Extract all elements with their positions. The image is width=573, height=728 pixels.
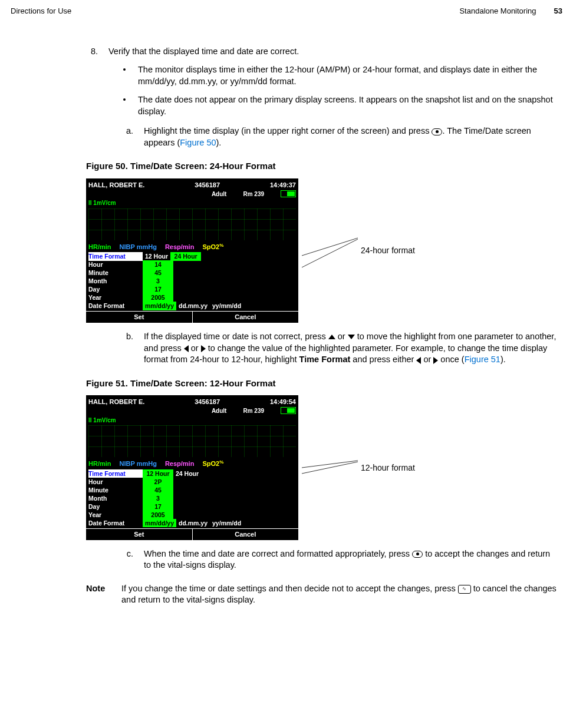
figure-50: HALL, ROBERT E.345618714:49:37 AdultRm 2… [86, 178, 556, 323]
bullet-dot: • [121, 64, 127, 87]
page-header: Directions for Use Standalone Monitoring… [11, 6, 562, 16]
step-8: 8. Verify that the displayed time and da… [86, 46, 556, 58]
figure-50-caption: Figure 50. Time/Date Screen: 24-Hour For… [86, 160, 556, 172]
bullet-2: • The date does not appear on the primar… [121, 94, 556, 117]
svg-line-0 [302, 238, 358, 256]
bullet-dot: • [121, 94, 127, 117]
substep-text: If the displayed time or date is not cor… [144, 331, 556, 366]
left-arrow-icon [184, 345, 189, 352]
callout-12h: 12-hour format [302, 444, 415, 491]
note-text: If you change the time or date settings … [121, 583, 556, 606]
figure-51: HALL, ROBERT E.345618714:49:54 AdultRm 2… [86, 395, 556, 540]
substep-b: b. If the displayed time or date is not … [121, 331, 556, 366]
bullet-text: The monitor displays time in either the … [138, 64, 556, 87]
monitor-screen-12h: HALL, ROBERT E.345618714:49:54 AdultRm 2… [86, 395, 298, 540]
time-format-bold: Time Format [299, 355, 351, 364]
step-number: 8. [86, 46, 98, 58]
monitor-screen-24h: HALL, ROBERT E.345618714:49:37 AdultRm 2… [86, 178, 298, 323]
figure-51-link[interactable]: Figure 51 [465, 355, 500, 364]
substep-label: b. [121, 331, 133, 366]
page-number: 53 [554, 6, 562, 16]
up-arrow-icon [328, 335, 335, 339]
substep-a: a. Highlight the time display (in the up… [121, 125, 556, 148]
step-text: Verify that the displayed time and date … [108, 46, 299, 58]
bullet-1: • The monitor displays time in either th… [121, 64, 556, 87]
callout-label: 12-hour format [361, 462, 415, 474]
callout-24h: 24-hour format [302, 227, 415, 274]
right-arrow-icon [201, 345, 206, 352]
note-block: Note If you change the time or date sett… [86, 583, 556, 606]
select-button-icon [432, 128, 442, 135]
svg-line-1 [302, 239, 358, 267]
callout-label: 24-hour format [361, 245, 415, 256]
figure-51-caption: Figure 51. Time/Date Screen: 12-Hour For… [86, 378, 556, 389]
note-label: Note [86, 583, 113, 606]
figure-50-link[interactable]: Figure 50 [180, 138, 216, 147]
svg-line-3 [302, 462, 358, 474]
substep-label: c. [121, 548, 133, 571]
bullet-text: The date does not appear on the primary … [138, 94, 556, 117]
substep-c: c. When the time and date are correct an… [121, 548, 556, 571]
svg-line-2 [302, 461, 358, 468]
substep-text: When the time and date are correct and f… [144, 548, 556, 571]
header-left: Directions for Use [11, 6, 71, 16]
display-button-icon [458, 585, 471, 594]
down-arrow-icon [348, 335, 355, 339]
substep-label: a. [121, 125, 133, 148]
substep-text: Highlight the time display (in the upper… [144, 125, 556, 148]
select-button-icon [412, 551, 423, 558]
header-section: Standalone Monitoring [459, 6, 536, 16]
